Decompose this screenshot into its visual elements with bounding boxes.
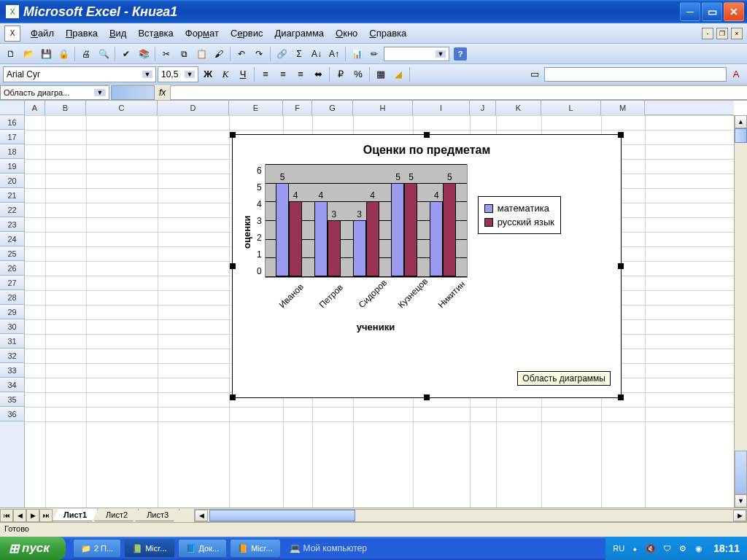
hscroll-thumb[interactable] [209,510,355,521]
row-header-32[interactable]: 32 [0,349,24,363]
align-left-button[interactable]: ≡ [258,66,274,82]
currency-button[interactable]: ₽ [333,66,349,82]
taskbar-button[interactable]: 📙Micr... [230,539,280,558]
column-header-E[interactable]: E [229,101,283,115]
permission-button[interactable]: 🔒 [55,46,71,62]
row-header-16[interactable]: 16 [0,115,24,130]
chart-plot-area[interactable]: 5443345545 [265,164,468,278]
bold-button[interactable]: Ж [200,66,216,82]
row-header-21[interactable]: 21 [0,188,24,203]
merge-center-button[interactable]: ⬌ [310,66,326,82]
column-header-F[interactable]: F [283,101,312,115]
menu-format[interactable]: Формат [179,26,225,41]
sort-asc-button[interactable]: A↓ [309,46,325,62]
sheet-tab-Лист2[interactable]: Лист2 [95,509,139,521]
row-header-19[interactable]: 19 [0,159,24,174]
font-color-button[interactable]: A [728,66,744,82]
row-header-26[interactable]: 26 [0,261,24,276]
font-select[interactable]: Arial Cyr▼ [3,66,156,82]
chart-title[interactable]: Оценки по предметам [233,135,621,163]
scroll-left-arrow[interactable]: ◀ [195,510,208,521]
column-header-D[interactable]: D [158,101,229,115]
research-button[interactable]: 📚 [136,46,152,62]
draw-toolbar-box[interactable] [544,67,727,82]
resize-handle-ne[interactable] [618,132,624,138]
column-header-A[interactable]: A [25,101,45,115]
minimize-button[interactable]: ─ [680,2,700,21]
taskbar-button[interactable]: 📗Micr... [124,539,174,558]
spelling-button[interactable]: ✔ [118,46,134,62]
fill-color-button[interactable]: ◢ [390,66,406,82]
bar-Иванов-математика[interactable]: 5 [276,183,289,276]
row-header-22[interactable]: 22 [0,203,24,217]
name-box-handle[interactable] [111,85,155,100]
resize-handle-n[interactable] [424,132,430,138]
new-button[interactable]: 🗋 [3,46,19,62]
bar-Петров-математика[interactable]: 4 [314,201,328,276]
sheet-tab-Лист3[interactable]: Лист3 [136,509,179,521]
row-header-34[interactable]: 34 [0,378,24,392]
clock[interactable]: 18:11 [713,542,740,554]
bar-Сидоров-русский язык[interactable]: 4 [366,201,379,276]
bar-Никитин-математика[interactable]: 4 [430,201,443,276]
row-header-33[interactable]: 33 [0,363,24,378]
scroll-right-arrow[interactable]: ▶ [733,510,746,521]
row-header-17[interactable]: 17 [0,130,24,144]
drawing-button[interactable]: ✏ [366,46,382,62]
spreadsheet-grid[interactable]: ABCDEFGHIJKLM 16171819202122232425262728… [0,101,747,508]
column-header-K[interactable]: K [496,101,541,115]
doc-restore-button[interactable]: ❐ [716,28,728,39]
redo-button[interactable]: ↷ [251,46,267,62]
fx-icon[interactable]: fx [159,88,166,98]
chart-legend[interactable]: математика русский язык [478,196,561,234]
tray-icon-5[interactable]: ◉ [693,542,705,554]
tray-icon-3[interactable]: 🛡 [661,542,673,554]
paste-button[interactable]: 📋 [193,46,209,62]
print-preview-button[interactable]: 🔍 [96,46,112,62]
row-headers[interactable]: 1617181920212223242526272829303132333435… [0,115,25,508]
close-button[interactable]: ✕ [724,2,744,21]
open-button[interactable]: 📂 [20,46,36,62]
bar-Никитин-русский язык[interactable]: 5 [443,183,456,276]
name-box[interactable]: Область диагра...▼ [0,85,109,100]
format-painter-button[interactable]: 🖌 [211,46,227,62]
horizontal-scrollbar[interactable]: ◀ ▶ [194,509,747,522]
resize-handle-se[interactable] [618,394,624,400]
hyperlink-button[interactable]: 🔗 [274,46,290,62]
autosum-button[interactable]: Σ [291,46,307,62]
percent-button[interactable]: % [350,66,366,82]
tray-icon-4[interactable]: ⚙ [677,542,689,554]
resize-handle-sw[interactable] [230,394,236,400]
menu-chart[interactable]: Диаграмма [268,26,330,41]
cut-button[interactable]: ✂ [158,46,174,62]
menu-window[interactable]: Окно [330,26,363,41]
row-header-24[interactable]: 24 [0,232,24,246]
lang-indicator[interactable]: RU [613,544,624,553]
row-header-36[interactable]: 36 [0,407,24,421]
system-tray[interactable]: RU ⬥ 🔇 🛡 ⚙ ◉ 18:11 [605,537,747,560]
row-header-25[interactable]: 25 [0,246,24,261]
row-header-20[interactable]: 20 [0,174,24,188]
bar-Сидоров-математика[interactable]: 3 [353,220,366,276]
tab-nav-next[interactable]: ▶ [26,509,39,522]
menu-insert[interactable]: Вставка [132,26,179,41]
taskbar-button[interactable]: 📁2 П... [73,539,121,558]
copy-button[interactable]: ⧉ [176,46,192,62]
column-header-C[interactable]: C [86,101,158,115]
menu-view[interactable]: Вид [104,26,133,41]
undo-button[interactable]: ↶ [233,46,249,62]
scroll-up-arrow[interactable]: ▲ [735,115,747,128]
row-header-29[interactable]: 29 [0,305,24,319]
scroll-down-arrow[interactable]: ▼ [735,494,747,508]
column-header-G[interactable]: G [312,101,353,115]
menu-help[interactable]: Справка [363,26,412,41]
menu-file[interactable]: Файл [25,26,60,41]
taskbar-button[interactable]: 📘Док... [178,539,228,558]
doc-minimize-button[interactable]: - [702,28,713,39]
chart-object[interactable]: Оценки по предметам оценки 6543210 54433… [232,134,622,398]
resize-handle-nw[interactable] [230,132,236,138]
column-header-B[interactable]: B [45,101,86,115]
row-header-28[interactable]: 28 [0,290,24,305]
align-right-button[interactable]: ≡ [293,66,309,82]
tab-nav-prev[interactable]: ◀ [13,509,26,522]
